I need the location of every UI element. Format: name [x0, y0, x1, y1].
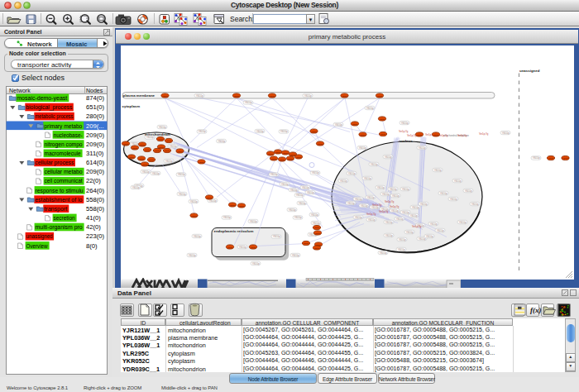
svg-text:Yfl010p: Yfl010p	[366, 106, 374, 109]
svg-text:Yfl010p: Yfl010p	[396, 217, 404, 220]
svg-text:Ygr1p: Ygr1p	[416, 133, 422, 136]
svg-text:Ygr1p: Ygr1p	[206, 196, 212, 198]
svg-text:Yfl010p: Yfl010p	[307, 190, 314, 194]
svg-text:Ygr1p: Ygr1p	[313, 246, 319, 249]
svg-text:Yfl010p: Yfl010p	[296, 194, 304, 197]
svg-text:558(0): 558(0)	[86, 205, 104, 213]
svg-text:Ygr1p: Ygr1p	[548, 157, 553, 160]
svg-text:Yfl010p: Yfl010p	[385, 155, 392, 158]
svg-text:unassigned: unassigned	[519, 68, 540, 72]
svg-text:Yfl010p: Yfl010p	[280, 130, 288, 133]
svg-text:Yfl010p: Yfl010p	[313, 221, 320, 224]
svg-text:f(x): f(x)	[530, 306, 542, 314]
svg-text:Yfl010p: Yfl010p	[146, 136, 154, 139]
svg-text:Yfl010p: Yfl010p	[347, 201, 355, 204]
svg-text:Ygr1p: Ygr1p	[233, 94, 239, 97]
svg-text:Yfl010p: Yfl010p	[179, 192, 186, 195]
svg-text:Yfl010p: Yfl010p	[299, 201, 306, 204]
svg-text:Yfl010p: Yfl010p	[159, 125, 166, 128]
svg-text:Ygr1p: Ygr1p	[199, 160, 204, 163]
svg-text:Yfl010p: Yfl010p	[355, 215, 362, 218]
svg-text:Ygr1p: Ygr1p	[269, 94, 275, 97]
svg-text:Yfl010p: Yfl010p	[459, 220, 467, 223]
svg-text:Yfl010p: Yfl010p	[402, 210, 409, 213]
svg-text:Yer1p,Yg: Yer1p,Yg	[412, 224, 422, 227]
svg-text:Yfl010p: Yfl010p	[450, 197, 457, 200]
svg-text:Yfl010p: Yfl010p	[359, 146, 366, 149]
svg-text:Ygr1p: Ygr1p	[141, 163, 147, 165]
svg-text:primary metabo: primary metabo	[44, 122, 82, 130]
svg-text:Yfl010p: Yfl010p	[355, 197, 362, 200]
svg-text:cellular process: cellular process	[35, 159, 74, 166]
svg-text:Ygr1p: Ygr1p	[132, 146, 137, 149]
svg-text:Yfl010p: Yfl010p	[471, 202, 479, 205]
svg-text:Yfl010p: Yfl010p	[178, 173, 185, 176]
svg-text:Yer1p,Yg: Yer1p,Yg	[399, 129, 409, 132]
svg-text:Ygr1p: Ygr1p	[313, 227, 319, 229]
svg-text:Yfl010p: Yfl010p	[426, 234, 433, 237]
svg-text:Yfl010p: Yfl010p	[270, 173, 278, 176]
svg-text:Ygr1p: Ygr1p	[433, 133, 438, 136]
svg-text:Yfl010p: Yfl010p	[132, 142, 139, 146]
svg-text:Yfl010p: Yfl010p	[382, 192, 390, 195]
svg-text:Ygr1p: Ygr1p	[376, 94, 382, 97]
svg-text:metabolic process: metabolic process	[35, 112, 73, 120]
svg-text:Ygr1p: Ygr1p	[352, 122, 357, 125]
svg-text:nucleus: nucleus	[399, 139, 413, 143]
svg-text:Yfl010p: Yfl010p	[420, 202, 428, 205]
svg-text:Ygr1p: Ygr1p	[154, 150, 160, 152]
svg-text:558(0): 558(0)	[86, 196, 104, 203]
svg-text:Ygr1p: Ygr1p	[158, 146, 164, 148]
svg-text:Yfl010p: Yfl010p	[348, 171, 356, 174]
svg-text:establishment of lo: establishment of lo	[35, 196, 82, 203]
svg-text:Ygr1p: Ygr1p	[562, 157, 568, 160]
svg-text:Yfl010p: Yfl010p	[335, 122, 342, 126]
svg-text:41(0): 41(0)	[86, 214, 101, 222]
svg-text:Ygr1p: Ygr1p	[287, 157, 293, 160]
svg-text:Yfl010p: Yfl010p	[454, 179, 462, 182]
svg-text:response to stimulu: response to stimulu	[36, 187, 84, 194]
svg-text:Yfl010p: Yfl010p	[252, 261, 260, 265]
svg-text:Ygr1p: Ygr1p	[144, 149, 150, 151]
svg-text:Ygr1p: Ygr1p	[275, 151, 280, 153]
svg-text:Yfl010p: Yfl010p	[281, 182, 289, 185]
svg-text:Yfl010p: Yfl010p	[239, 245, 246, 248]
svg-text:Yfl010p: Yfl010p	[223, 216, 231, 219]
svg-text:Yfl010p: Yfl010p	[385, 220, 393, 223]
svg-text:264(0): 264(0)	[86, 187, 104, 194]
svg-text:Yfl010p: Yfl010p	[392, 194, 400, 197]
svg-text:Ygr1p: Ygr1p	[270, 157, 276, 160]
svg-text:Yfl010p: Yfl010p	[440, 191, 447, 194]
svg-text:Yfl010p: Yfl010p	[142, 170, 150, 173]
svg-text:Ygr1p: Ygr1p	[250, 246, 256, 248]
svg-text:Yer1p,Yg: Yer1p,Yg	[366, 212, 376, 215]
svg-text:Yfl010p: Yfl010p	[437, 228, 444, 232]
svg-text:614(0): 614(0)	[86, 159, 104, 166]
svg-text:transport: transport	[44, 205, 68, 213]
svg-text:Yer1p,Yg: Yer1p,Yg	[457, 133, 467, 136]
svg-text:Yfl010p: Yfl010p	[289, 208, 296, 211]
svg-text:651(0): 651(0)	[86, 103, 104, 111]
svg-text:Yfl010p: Yfl010p	[189, 253, 196, 256]
svg-text:Network: Network	[27, 41, 52, 48]
svg-text:Yfl010p: Yfl010p	[385, 233, 393, 237]
svg-text:Yfl010p: Yfl010p	[190, 199, 198, 203]
svg-text:223(0): 223(0)	[86, 232, 104, 240]
svg-text:Ygr1p: Ygr1p	[165, 140, 171, 142]
svg-text:Yfl010p: Yfl010p	[401, 121, 409, 124]
svg-text:Yfl010p: Yfl010p	[152, 171, 160, 174]
svg-text:Yfl010p: Yfl010p	[196, 93, 203, 97]
svg-text:Yer1p,Yg: Yer1p,Yg	[479, 131, 489, 135]
svg-text:Yfl010p: Yfl010p	[367, 195, 375, 198]
svg-text:Yfl010p: Yfl010p	[465, 189, 472, 192]
svg-text:cell communicat: cell communicat	[45, 177, 84, 184]
svg-text:Yer1p,Yg: Yer1p,Yg	[379, 209, 389, 213]
svg-text:Yfl010p: Yfl010p	[250, 219, 257, 222]
svg-text:Yfl010p: Yfl010p	[304, 93, 312, 97]
svg-text:Overview: Overview	[26, 242, 48, 250]
svg-text:Ygr1p: Ygr1p	[295, 155, 301, 158]
svg-text:Yfl010p: Yfl010p	[434, 168, 442, 171]
svg-text:311(0): 311(0)	[86, 150, 104, 157]
svg-text:endoplasmic reticulum: endoplasmic reticulum	[214, 229, 254, 233]
svg-text:Yfl010p: Yfl010p	[340, 179, 347, 182]
